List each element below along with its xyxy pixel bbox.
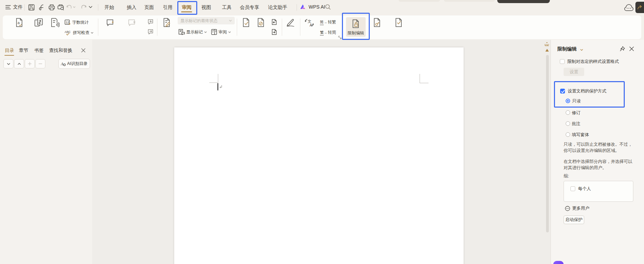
everyone-checkbox[interactable]: [570, 186, 575, 191]
panel-title-dropdown-icon[interactable]: [580, 49, 583, 51]
tab-view[interactable]: 视图: [201, 4, 211, 11]
ink-pen-icon[interactable]: [286, 19, 295, 27]
radio-fill-forms[interactable]: [566, 132, 570, 137]
next-change-icon[interactable]: [271, 29, 277, 35]
collapse-heading-button[interactable]: [14, 59, 24, 68]
word-count-button[interactable]: 12 字数统计: [65, 20, 89, 25]
tab-tools[interactable]: 工具: [222, 4, 232, 11]
save-button[interactable]: [28, 4, 35, 11]
window-tab-active[interactable]: [497, 0, 550, 3]
markup-state-combobox[interactable]: 显示标记的最终状态: [178, 17, 235, 24]
print-button[interactable]: [48, 4, 55, 11]
protection-label: 设置文档的保护方式: [568, 88, 607, 94]
radio-comments[interactable]: [566, 121, 570, 126]
restrict-editing-panel: 限制编辑 限制对选定的样式设置格式 设置 设置文档的保护方式 只读 修订 批注 …: [551, 40, 644, 264]
sidebar-tab-sections[interactable]: 章节: [19, 47, 28, 54]
sidebar-close-icon[interactable]: [81, 48, 86, 53]
window-tab[interactable]: [399, 0, 440, 2]
protection-checkbox[interactable]: [560, 89, 565, 94]
wps-ai-entry[interactable]: WPS AI: [300, 3, 325, 10]
search-icon[interactable]: [325, 4, 331, 10]
compare-icon[interactable]: [34, 18, 43, 27]
document-canvas-area[interactable]: [92, 40, 551, 264]
quickbar-more-button[interactable]: [89, 6, 92, 8]
ai-assistant-floating-button[interactable]: [553, 261, 564, 264]
promote-heading-button[interactable]: [25, 59, 35, 68]
to-simplified-button[interactable]: 繁 → 转简: [320, 30, 336, 35]
divider: [297, 4, 297, 11]
finalize-icon[interactable]: [395, 18, 403, 27]
restrict-editing-button[interactable]: 限制编辑: [346, 17, 366, 37]
tab-paper-assistant[interactable]: 论文助手: [268, 4, 287, 11]
tab-insert[interactable]: 插入: [127, 4, 136, 11]
radio-read-only[interactable]: [566, 99, 570, 103]
radio-revisions[interactable]: [566, 110, 570, 115]
demote-heading-button[interactable]: [35, 59, 45, 68]
users-group-box: 每个人: [564, 181, 633, 202]
panel-close-icon[interactable]: [629, 46, 634, 51]
dialog-launcher-icon[interactable]: [338, 36, 342, 39]
accept-icon[interactable]: [242, 18, 251, 27]
share-button[interactable]: [635, 2, 644, 13]
read-aloud-icon[interactable]: [51, 18, 59, 27]
arrow-right-icon: →: [324, 21, 327, 24]
sidebar-tab-find-replace[interactable]: 查找和替换: [49, 47, 73, 54]
group-divider: [157, 19, 157, 36]
spell-check-button[interactable]: ABC 拼写检查: [65, 30, 93, 36]
delete-comment-icon[interactable]: [128, 19, 137, 27]
encrypt-icon[interactable]: [373, 18, 381, 27]
redo-button[interactable]: [81, 4, 87, 10]
margin-mark: [420, 74, 420, 83]
radio-fill-forms-label: 填写窗体: [572, 132, 589, 138]
previous-change-icon[interactable]: [271, 19, 277, 25]
tab-reference[interactable]: 引用: [163, 4, 173, 11]
pin-icon[interactable]: [619, 46, 625, 52]
chevron-down-icon: [228, 31, 231, 33]
sidebar-tab-bookmarks[interactable]: 书签: [34, 47, 44, 54]
scroll-top-icon[interactable]: [545, 49, 549, 52]
style-restriction-label: 限制对选定的样式设置格式: [567, 59, 619, 65]
ruler-toggle-icon[interactable]: [545, 42, 549, 46]
tab-review-active[interactable]: 审阅: [182, 4, 191, 11]
next-comment-icon[interactable]: [148, 29, 154, 35]
print-preview-button[interactable]: [57, 4, 65, 11]
selection-description: 在文档中选择部分内容，并选择可以对其进行编辑的用户。: [564, 158, 635, 171]
window-tab[interactable]: [444, 0, 495, 2]
insert-comment-icon[interactable]: [107, 19, 115, 27]
sidebar-tab-contents[interactable]: 目录: [5, 47, 14, 54]
undo-dropdown-icon[interactable]: [73, 6, 76, 8]
ai-recognize-toc-button[interactable]: A AI识别目录: [58, 59, 90, 69]
undo-button[interactable]: [66, 4, 76, 10]
arrow-right-icon: →: [324, 31, 327, 34]
style-restriction-checkbox[interactable]: [560, 59, 565, 64]
to-traditional-button[interactable]: 简 → 转繁: [320, 19, 336, 25]
tab-page[interactable]: 页面: [144, 4, 154, 11]
reject-icon[interactable]: [257, 18, 265, 27]
settings-button[interactable]: 设置: [564, 68, 584, 76]
expand-heading-button[interactable]: [3, 59, 13, 68]
track-changes-icon[interactable]: [163, 18, 171, 27]
ribbon-toolbar: a 文档校对 比较 朗读: [0, 14, 644, 40]
paragraph-mark-icon: [219, 85, 222, 88]
svg-text:A: A: [61, 62, 64, 66]
start-protection-button[interactable]: 启动保护: [564, 216, 584, 224]
more-users-button[interactable]: 更多用户: [565, 206, 589, 211]
tab-membership[interactable]: 会员专享: [240, 4, 259, 11]
tab-home[interactable]: 开始: [104, 4, 114, 11]
proofread-icon[interactable]: a: [15, 18, 23, 27]
more-users-icon: [565, 206, 570, 211]
file-menu[interactable]: 文件: [5, 3, 23, 11]
wps-writer-window: 文件: [0, 0, 644, 264]
margin-mark: [218, 74, 218, 83]
vertical-scrollbar[interactable]: [546, 55, 549, 232]
cloud-more-button[interactable]: [624, 4, 634, 11]
export-pdf-button[interactable]: [39, 4, 45, 11]
review-pane-button[interactable]: 审阅: [211, 29, 231, 35]
previous-comment-icon[interactable]: [148, 19, 154, 25]
svg-text:A: A: [310, 23, 312, 27]
title-menu-bar: 文件: [0, 0, 644, 15]
show-markup-button[interactable]: 显示标记: [178, 29, 207, 35]
navigation-sidebar: 目录 章节 书签 查找和替换 A AI识别目录: [0, 40, 92, 264]
readonly-description: 只读，可以防止文档被修改。不过，你可以设置允许编辑的区域。: [564, 141, 635, 154]
translate-icon[interactable]: 文 A: [305, 18, 314, 27]
